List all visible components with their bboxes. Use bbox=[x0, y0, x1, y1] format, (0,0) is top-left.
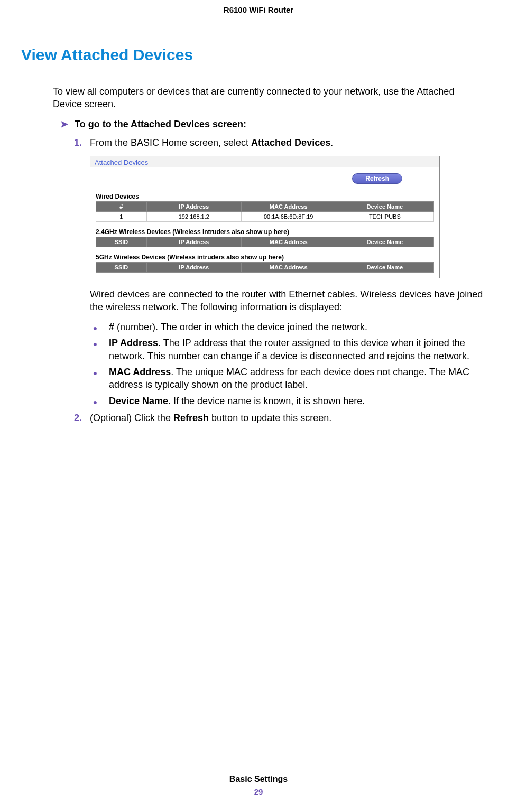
col-number: # bbox=[96, 201, 147, 211]
step-2: 2. (Optional) Click the Refresh button t… bbox=[74, 413, 485, 424]
bullet-rest: (number). The order in which the device … bbox=[114, 322, 367, 332]
bullet-ip-address: • IP Address. The IP address that the ro… bbox=[90, 337, 485, 362]
doc-header: R6100 WiFi Router bbox=[26, 0, 491, 46]
section-heading: View Attached Devices bbox=[21, 46, 491, 64]
footer-section-title: Basic Settings bbox=[26, 774, 491, 784]
step2-text-post: button to update this screen. bbox=[209, 413, 331, 423]
page-footer: Basic Settings 29 bbox=[26, 769, 491, 796]
explanation-paragraph: Wired devices are connected to the route… bbox=[90, 288, 485, 314]
bullet-bold: Device Name bbox=[109, 396, 168, 406]
bullet-device-name: • Device Name. If the device name is kno… bbox=[90, 395, 485, 407]
wireless-5-caption: 5GHz Wireless Devices (Wireless intruder… bbox=[96, 254, 434, 261]
wired-devices-table: # IP Address MAC Address Device Name 1 1… bbox=[96, 201, 434, 222]
col-device-name: Device Name bbox=[336, 237, 433, 247]
cell-ip: 192.168.1.2 bbox=[146, 211, 241, 221]
table-row: 1 192.168.1.2 00:1A:6B:6D:8F:19 TECHPUBS bbox=[96, 211, 434, 221]
step1-text-post: . bbox=[330, 137, 333, 148]
task-text: To go to the Attached Devices screen: bbox=[75, 119, 246, 130]
cell-number: 1 bbox=[96, 211, 147, 221]
col-device-name: Device Name bbox=[336, 201, 433, 211]
task-arrow-icon: ➤ bbox=[60, 118, 68, 130]
wireless-24-caption: 2.4GHz Wireless Devices (Wireless intrud… bbox=[96, 228, 434, 236]
wireless-24-table: SSID IP Address MAC Address Device Name bbox=[96, 237, 434, 247]
bullet-icon: • bbox=[93, 339, 97, 350]
step2-text-bold: Refresh bbox=[173, 413, 209, 423]
bullet-icon: • bbox=[93, 368, 97, 379]
step-1: 1. From the BASIC Home screen, select At… bbox=[74, 137, 485, 148]
step1-text-pre: From the BASIC Home screen, select bbox=[90, 137, 251, 148]
step2-text-pre: (Optional) Click the bbox=[90, 413, 173, 423]
bullet-bold: IP Address bbox=[109, 338, 158, 348]
col-mac: MAC Address bbox=[241, 237, 336, 247]
wireless-5-table: SSID IP Address MAC Address Device Name bbox=[96, 262, 434, 273]
refresh-button[interactable]: Refresh bbox=[352, 173, 402, 184]
screenshot-title: Attached Devices bbox=[90, 156, 439, 167]
col-ip: IP Address bbox=[146, 237, 241, 247]
bullet-icon: • bbox=[93, 323, 97, 334]
step-number: 2. bbox=[74, 413, 82, 424]
bullet-rest: . If the device name is known, it is sho… bbox=[168, 396, 365, 406]
bullet-bold: MAC Address bbox=[109, 367, 171, 377]
task-heading: ➤ To go to the Attached Devices screen: bbox=[60, 118, 485, 130]
footer-page-number: 29 bbox=[26, 787, 491, 796]
wired-devices-caption: Wired Devices bbox=[96, 193, 434, 200]
intro-paragraph: To view all computers or devices that ar… bbox=[53, 85, 485, 111]
bullet-icon: • bbox=[93, 397, 97, 408]
col-device-name: Device Name bbox=[336, 262, 433, 272]
bullet-mac-address: • MAC Address. The unique MAC address fo… bbox=[90, 366, 485, 391]
col-ssid: SSID bbox=[96, 262, 147, 272]
col-mac: MAC Address bbox=[241, 262, 336, 272]
bullet-rest: . The IP address that the router assigne… bbox=[109, 338, 469, 361]
col-ip: IP Address bbox=[146, 262, 241, 272]
step-number: 1. bbox=[74, 137, 82, 148]
col-mac: MAC Address bbox=[241, 201, 336, 211]
cell-device-name: TECHPUBS bbox=[336, 211, 433, 221]
col-ssid: SSID bbox=[96, 237, 147, 247]
bullet-number: • # (number). The order in which the dev… bbox=[90, 321, 485, 333]
bullet-bold: # bbox=[109, 322, 114, 332]
attached-devices-screenshot: Attached Devices Refresh Wired Devices #… bbox=[90, 156, 440, 278]
col-ip: IP Address bbox=[146, 201, 241, 211]
step1-text-bold: Attached Devices bbox=[251, 137, 330, 148]
cell-mac: 00:1A:6B:6D:8F:19 bbox=[241, 211, 336, 221]
